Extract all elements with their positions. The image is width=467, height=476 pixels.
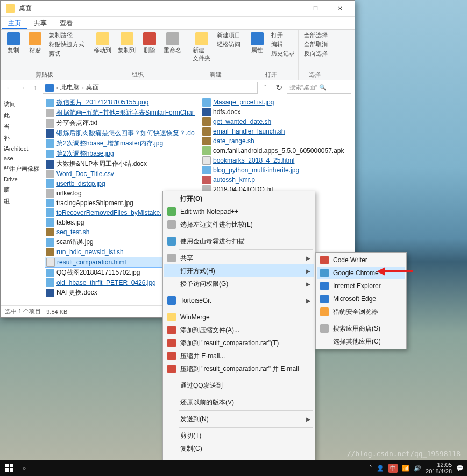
submenu-arrow-icon: ▶ bbox=[306, 268, 310, 274]
taskbar-search-icon[interactable]: ○ bbox=[18, 462, 30, 474]
tab-share[interactable]: 共享 bbox=[27, 17, 53, 29]
nav-back-button[interactable]: ← bbox=[4, 82, 15, 93]
close-button[interactable]: ✕ bbox=[328, 1, 352, 17]
tab-home[interactable]: 主页 bbox=[2, 17, 27, 29]
file-item[interactable]: email_handler_launch.sh bbox=[201, 127, 351, 136]
sidebar-item[interactable]: 些用户画像标签 bbox=[3, 163, 39, 174]
sidebar-item[interactable]: 此 bbox=[3, 110, 39, 121]
sidebar-item[interactable]: 组 bbox=[3, 195, 39, 207]
menu-item[interactable]: 添加到 "result_comparation.rar"(T) bbox=[164, 337, 314, 349]
menu-item-label: 压缩并 E-mail... bbox=[180, 352, 225, 361]
moveto-button[interactable]: 移动到 bbox=[91, 31, 114, 55]
sidebar-item[interactable]: 当 bbox=[3, 121, 39, 132]
tab-view[interactable]: 查看 bbox=[53, 17, 79, 29]
file-item[interactable]: Masage_priceList.jpg bbox=[201, 97, 351, 107]
search-input[interactable]: 搜索"桌面" 🔍 bbox=[287, 82, 351, 94]
menu-item[interactable]: 压缩并 E-mail... bbox=[164, 349, 314, 362]
file-item[interactable]: bookmarks_2018_4_25.html bbox=[201, 156, 351, 165]
menu-item[interactable]: 授予访问权限(G)▶ bbox=[164, 277, 314, 290]
tray-people-icon[interactable]: 👤 bbox=[377, 465, 384, 472]
copyto-button[interactable]: 复制到 bbox=[116, 31, 138, 55]
file-item[interactable]: usertb_distcp.jpg bbox=[45, 179, 195, 188]
rename-button[interactable]: 重命名 bbox=[161, 31, 183, 55]
file-item[interactable]: 第2次调整hbase_增加master内存.jpg bbox=[45, 138, 195, 149]
sidebar-item[interactable]: 脑 bbox=[3, 184, 39, 195]
wifi-icon[interactable]: 📶 bbox=[402, 465, 409, 472]
sidebar-item[interactable]: Drive bbox=[3, 174, 39, 184]
menu-item[interactable]: Internet Explorer bbox=[317, 279, 405, 292]
file-item[interactable]: Word_Doc_Title.csv bbox=[45, 169, 195, 179]
menu-item[interactable]: 复制(C) bbox=[164, 442, 314, 455]
menu-item-icon bbox=[320, 269, 329, 277]
file-icon bbox=[46, 119, 54, 128]
file-item[interactable]: com.fanli.android.apps_5.5.0_605000057.a… bbox=[201, 146, 351, 156]
refresh-button[interactable]: ↻ bbox=[273, 82, 285, 94]
selectall-button[interactable]: 全部选择 bbox=[302, 31, 328, 39]
addr-history-button[interactable]: ˅ bbox=[260, 82, 271, 93]
menu-item[interactable]: 发送到(N)▶ bbox=[164, 412, 314, 425]
sidebar-item[interactable]: 访问 bbox=[3, 99, 39, 110]
file-item[interactable]: get_wanted_date.sh bbox=[201, 117, 351, 127]
file-item[interactable]: 第2次调整hbase.jpg bbox=[45, 149, 195, 159]
sidebar-item[interactable]: ase bbox=[3, 153, 39, 163]
file-item[interactable]: 锻炼后肌肉酸痛是怎么回事？如何快速恢复？.docx bbox=[45, 128, 195, 138]
paste-button[interactable]: 粘贴 bbox=[25, 31, 45, 55]
menu-item[interactable]: 共享▶ bbox=[164, 251, 314, 264]
tray-up-icon[interactable]: ˄ bbox=[369, 465, 372, 472]
menu-item[interactable]: 打开方式(H)▶ bbox=[164, 264, 314, 277]
menu-item[interactable]: Edit with Notepad++ bbox=[164, 205, 314, 218]
menu-item[interactable]: 添加到压缩文件(A)... bbox=[164, 324, 314, 337]
file-item[interactable]: hdfs.docx bbox=[201, 107, 351, 117]
menu-item[interactable]: WinMerge bbox=[164, 311, 314, 324]
notification-icon[interactable]: 💬 bbox=[456, 465, 464, 472]
menu-item[interactable]: 选择其他应用(C) bbox=[317, 335, 405, 348]
file-item[interactable]: date_range.sh bbox=[201, 136, 351, 146]
properties-button[interactable]: 属性 bbox=[247, 31, 267, 55]
menu-item[interactable]: 打开(O) bbox=[164, 192, 314, 205]
file-item[interactable]: autossh_kmr.p bbox=[201, 175, 351, 185]
menu-item[interactable]: Code Writer bbox=[317, 254, 405, 267]
nav-up-button[interactable]: ↑ bbox=[30, 82, 40, 93]
sound-icon[interactable]: 🔊 bbox=[414, 465, 421, 472]
invert-button[interactable]: 反向选择 bbox=[302, 50, 328, 58]
file-item[interactable]: 根据笔画+五笔+其他=形近字表SimilarFormChar_6.txt bbox=[45, 108, 195, 118]
easyaccess-button[interactable]: 轻松访问 bbox=[215, 40, 240, 48]
edit-button[interactable]: 编辑 bbox=[269, 40, 295, 48]
file-item[interactable]: 大数据&NLP本周工作小结.docx bbox=[45, 159, 195, 169]
menu-item[interactable]: 压缩到 "result_comparation.rar" 并 E-mail bbox=[164, 362, 314, 375]
menu-item[interactable]: 还原以前的版本(V) bbox=[164, 396, 314, 409]
address-box[interactable]: › 此电脑 › 桌面 bbox=[43, 82, 258, 94]
file-item[interactable]: 微信图片_20171218105155.png bbox=[45, 97, 195, 108]
sidebar-item[interactable]: iArchitect bbox=[3, 144, 39, 153]
ime-indicator[interactable]: 中 bbox=[388, 464, 398, 473]
nav-forward-button[interactable]: → bbox=[17, 82, 27, 93]
delete-button[interactable]: 删除 bbox=[140, 31, 159, 55]
paste-shortcut-button[interactable]: 粘贴快捷方式 bbox=[47, 40, 84, 48]
sidebar-item[interactable]: 补 bbox=[3, 132, 39, 144]
file-item[interactable]: 分享会点评.txt bbox=[45, 118, 195, 128]
menu-item[interactable]: 猎豹安全浏览器 bbox=[317, 305, 405, 318]
open-button[interactable]: 打开 bbox=[269, 31, 295, 39]
newitem-button[interactable]: 新建项目 bbox=[215, 31, 240, 39]
cut-button[interactable]: 剪切 bbox=[47, 50, 84, 58]
menu-item[interactable]: 搜索应用商店(S) bbox=[317, 322, 405, 335]
copy-path-button[interactable]: 复制路径 bbox=[47, 31, 84, 39]
menu-item[interactable]: 选择左边文件进行比较(L) bbox=[164, 218, 314, 231]
file-item[interactable]: blog_python_multi-inherite.jpg bbox=[201, 165, 351, 175]
newfolder-button[interactable]: 新建 文件夹 bbox=[190, 31, 213, 64]
menu-item[interactable]: TortoiseGit▶ bbox=[164, 294, 314, 307]
history-button[interactable]: 历史记录 bbox=[269, 50, 295, 58]
menu-item[interactable]: Microsoft Edge bbox=[317, 292, 405, 305]
menu-item[interactable]: Google Chrome bbox=[317, 267, 405, 279]
start-button[interactable] bbox=[3, 462, 15, 474]
submenu-arrow-icon: ▶ bbox=[306, 416, 310, 422]
menu-item[interactable]: 通过QQ发送到 bbox=[164, 379, 314, 392]
menu-item[interactable]: 剪切(T) bbox=[164, 429, 314, 442]
taskbar-clock[interactable]: 12:05 2018/4/28 bbox=[426, 461, 452, 474]
menu-item-icon bbox=[167, 313, 176, 321]
copy-button[interactable]: 复制 bbox=[4, 31, 23, 55]
minimize-button[interactable]: — bbox=[278, 1, 303, 17]
menu-item[interactable]: 使用金山毒霸进行扫描 bbox=[164, 235, 314, 248]
selectnone-button[interactable]: 全部取消 bbox=[302, 40, 328, 48]
maximize-button[interactable]: ☐ bbox=[303, 1, 328, 17]
